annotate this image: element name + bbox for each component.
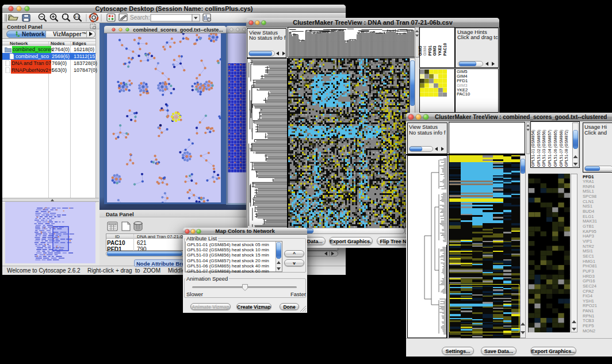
svg-text:SPC98: SPC98 xyxy=(583,194,596,199)
svg-text:NIS1: NIS1 xyxy=(583,204,592,209)
svg-text:BUD4: BUD4 xyxy=(583,209,594,214)
svg-text:SEC1: SEC1 xyxy=(583,254,594,259)
svg-text:YRA1: YRA1 xyxy=(583,179,594,184)
svg-text:MSI1: MSI1 xyxy=(583,248,593,254)
svg-text:NTR2: NTR2 xyxy=(583,244,594,249)
svg-text:CLN1: CLN1 xyxy=(583,199,594,204)
svg-text:RPO21: RPO21 xyxy=(583,303,597,308)
svg-text:GPI16: GPI16 xyxy=(583,278,595,283)
svg-text:SEC24: SEC24 xyxy=(583,283,596,289)
svg-text:HMG1: HMG1 xyxy=(583,259,595,264)
svg-text:HRD3: HRD3 xyxy=(583,274,595,279)
svg-text:Search:: Search: xyxy=(130,14,150,21)
svg-text:MON2: MON2 xyxy=(583,328,595,334)
svg-text:VIP1: VIP1 xyxy=(583,239,592,244)
svg-text:FIG4: FIG4 xyxy=(583,293,592,298)
svg-text:PAN1: PAN1 xyxy=(583,308,594,313)
svg-text:PHO81: PHO81 xyxy=(583,263,597,269)
svg-text:KAP95: KAP95 xyxy=(583,229,596,234)
svg-text:YSH1: YSH1 xyxy=(583,298,594,304)
svg-text:PEP5: PEP5 xyxy=(583,323,594,328)
svg-text:MAK31: MAK31 xyxy=(583,219,597,224)
svg-text:GTB1: GTB1 xyxy=(583,224,594,229)
svg-text:CPA2: CPA2 xyxy=(583,289,594,294)
svg-text:PFD1: PFD1 xyxy=(583,174,594,179)
svg-text:PUF3: PUF3 xyxy=(583,269,594,274)
svg-text:TCB3: TCB3 xyxy=(583,318,594,323)
svg-text:RPN1: RPN1 xyxy=(583,313,594,319)
svg-text:ELG1: ELG1 xyxy=(583,214,594,219)
svg-text:HAP3: HAP3 xyxy=(583,233,594,239)
svg-text:MSL1: MSL1 xyxy=(583,189,594,194)
svg-text:1:1: 1:1 xyxy=(75,15,79,18)
svg-text:RNR4: RNR4 xyxy=(583,184,595,189)
